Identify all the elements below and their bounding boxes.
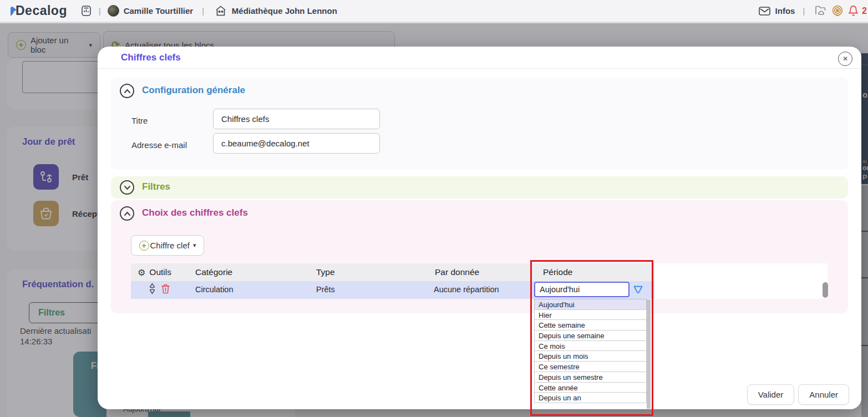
periode-option[interactable]: Depuis une semaine [534,330,647,341]
divider [98,68,861,69]
titre-input[interactable] [213,109,380,129]
table-row: Circulation Prêts Aucune répartition [131,281,654,299]
list-scrollbar[interactable] [647,299,651,409]
periode-input[interactable] [534,282,630,297]
gear-icon: ⚙ [138,267,145,278]
periode-option[interactable]: Cette année [534,382,647,393]
close-icon: ✕ [842,55,848,63]
user-avatar[interactable] [108,5,119,17]
mail-icon[interactable] [759,7,770,16]
collapse-config-button[interactable] [120,84,134,98]
column-categorie: Catégorie [189,267,309,277]
periode-option[interactable]: Cette semaine [534,319,647,330]
email-input[interactable] [213,133,380,154]
chiffres-clefs-modal: Chiffres clefs ✕ Configuration générale … [98,47,861,409]
user-name[interactable]: Camille Tourtillier [124,6,194,16]
periode-options-list: Aujourd'hui Hier Cette semaine Depuis un… [534,299,651,409]
column-type: Type [309,267,427,277]
app-screen: Decalog | Camille Tourtillier | Médiathè… [0,0,868,417]
periode-option[interactable]: Ce semestre [534,361,647,372]
periode-option[interactable]: Depuis un an [534,392,647,403]
infos-label[interactable]: Infos [775,6,795,16]
periode-option[interactable]: Aujourd'hui [534,299,647,310]
notification-bell-icon[interactable] [848,5,859,17]
column-outils: ⚙ Outils [131,267,189,278]
chiffres-table: ⚙ Outils Catégorie Type Par donnée Pério… [131,263,828,299]
caret-down-icon: ▾ [193,242,196,249]
delete-row-icon[interactable] [161,284,170,296]
validate-button[interactable]: Valider [747,384,795,405]
periode-option[interactable]: Hier [534,309,647,321]
chevron-up-icon [124,89,131,94]
plus-icon: + [139,241,149,251]
chevron-up-icon [124,211,131,216]
logo-text: Decalog [16,3,67,18]
drag-handle-icon[interactable] [149,283,156,296]
section-filtres[interactable]: Filtres [111,176,848,199]
section-choix-chiffres-clefs: Choix des chiffres clefs + Chiffre clef … [111,200,848,313]
modal-title: Chiffres clefs [121,47,181,68]
periode-option[interactable]: Ce mois [534,340,647,352]
folder-cloud-icon[interactable] [815,6,827,16]
cell-categorie: Circulation [189,285,309,294]
section-configuration-generale: Configuration générale Titre Adresse e-m… [111,78,848,170]
cell-type: Prêts [309,285,427,294]
cell-par-donnee: Aucune répartition [427,285,530,294]
collapse-choix-button[interactable] [120,206,134,221]
column-periode: Période [530,267,654,277]
section-title: Filtres [142,181,170,192]
chevron-down-icon [124,185,131,190]
periode-combobox [534,282,654,297]
email-label: Adresse e-mail [131,140,187,150]
separator: | [803,7,805,16]
cancel-button[interactable]: Annuler [798,384,849,405]
expand-filtres-button[interactable] [120,180,134,195]
table-scrollbar-thumb[interactable] [823,282,828,298]
separator: | [99,7,101,16]
titre-label: Titre [131,116,148,125]
periode-option[interactable]: Depuis un mois [534,350,647,362]
section-title: Configuration générale [142,85,245,96]
notification-count: 2 [862,6,867,16]
decalog-logo[interactable]: Decalog [9,3,67,18]
broadcast-icon[interactable] [831,5,844,17]
section-title: Choix des chiffres clefs [142,207,248,218]
library-icon [215,6,226,16]
separator: | [202,7,204,16]
table-header-row: ⚙ Outils Catégorie Type Par donnée Pério… [131,263,654,281]
close-button[interactable]: ✕ [838,52,852,66]
column-par-donnee: Par donnée [427,267,530,277]
add-chiffre-clef-button[interactable]: + Chiffre clef ▾ [131,235,204,256]
top-header: Decalog | Camille Tourtillier | Médiathè… [0,0,868,23]
dropdown-toggle-icon[interactable] [633,285,643,294]
dashboard-icon[interactable] [82,6,91,16]
library-name[interactable]: Médiathèque John Lennon [232,6,337,16]
periode-option[interactable]: Depuis un semestre [534,372,647,383]
